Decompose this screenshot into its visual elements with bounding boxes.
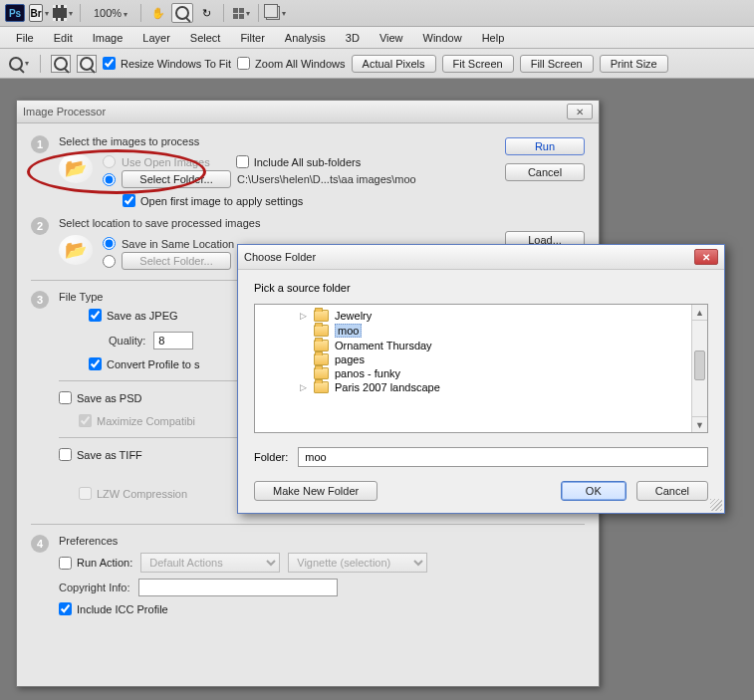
zoom-in-button[interactable] [51, 55, 71, 73]
folder-tree-list: ▷ Jewelry moo Ornament Thursday [255, 305, 707, 398]
fill-screen-button[interactable]: Fill Screen [520, 55, 594, 73]
bridge-button[interactable]: Br [28, 3, 50, 23]
tree-scrollbar[interactable]: ▲ ▼ [691, 305, 707, 432]
open-first-image-input[interactable] [123, 194, 135, 207]
zoom-all-checkbox[interactable]: Zoom All Windows [237, 57, 345, 70]
cancel-button[interactable]: Cancel [505, 163, 585, 181]
tree-row[interactable]: pages [295, 352, 707, 366]
choose-cancel-button[interactable]: Cancel [636, 481, 708, 501]
save-jpeg-input[interactable] [89, 309, 102, 322]
ok-button[interactable]: OK [561, 481, 627, 501]
tree-row[interactable]: moo [295, 323, 707, 339]
include-icc-checkbox[interactable]: Include ICC Profile [59, 602, 168, 615]
run-button[interactable]: Run [505, 137, 585, 155]
dialog-title: Image Processor [23, 106, 106, 117]
lzw-label: LZW Compression [97, 488, 187, 500]
screen-mode-button[interactable] [265, 3, 287, 23]
actual-pixels-button[interactable]: Actual Pixels [352, 55, 436, 73]
dialog-titlebar[interactable]: Image Processor ✕ [17, 101, 599, 123]
save-psd-checkbox[interactable]: Save as PSD [59, 391, 141, 404]
tree-row[interactable]: ▷ Paris 2007 landscape [295, 380, 707, 394]
use-open-images-radio [103, 155, 116, 168]
tree-row[interactable]: panos - funky [295, 366, 707, 380]
menu-layer[interactable]: Layer [132, 29, 180, 47]
zoom-all-label: Zoom All Windows [255, 58, 345, 70]
menu-analysis[interactable]: Analysis [275, 29, 336, 47]
dialog-action-column: Run Cancel Load... [505, 137, 585, 249]
menu-3d[interactable]: 3D [336, 29, 370, 47]
save-jpeg-checkbox[interactable]: Save as JPEG [89, 309, 178, 322]
tree-row[interactable]: ▷ Jewelry [295, 309, 707, 323]
include-icc-label: Include ICC Profile [77, 603, 168, 615]
section-1: 1 Select the images to process 📂 Use Ope… [31, 135, 585, 209]
include-subfolders-input[interactable] [236, 155, 249, 168]
separator [140, 4, 141, 22]
save-tiff-label: Save as TIFF [77, 449, 142, 461]
folder-icon [314, 381, 329, 393]
scroll-down-button[interactable]: ▼ [692, 416, 707, 432]
run-action-input[interactable] [59, 557, 72, 570]
expand-icon[interactable]: ▷ [299, 382, 308, 392]
hand-tool-button[interactable]: ✋ [147, 3, 169, 23]
same-location-radio[interactable] [103, 237, 116, 250]
save-psd-input[interactable] [59, 391, 72, 404]
menu-help[interactable]: Help [472, 29, 515, 47]
print-size-button[interactable]: Print Size [600, 55, 668, 73]
open-first-image-checkbox[interactable]: Open first image to apply settings [123, 194, 303, 207]
folder-icon [314, 325, 329, 337]
resize-grip[interactable] [710, 499, 722, 511]
zoom-tool-button[interactable] [171, 3, 193, 23]
quality-input[interactable] [153, 332, 193, 350]
menu-file[interactable]: File [6, 29, 44, 47]
menu-window[interactable]: Window [413, 29, 472, 47]
run-action-checkbox[interactable]: Run Action: [59, 557, 132, 570]
save-tiff-checkbox[interactable]: Save as TIFF [59, 448, 142, 461]
mini-bridge-button[interactable] [52, 3, 74, 23]
convert-profile-checkbox[interactable]: Convert Profile to s [89, 357, 200, 370]
scroll-up-button[interactable]: ▲ [692, 305, 707, 321]
menu-edit[interactable]: Edit [44, 29, 83, 47]
include-icc-input[interactable] [59, 602, 72, 615]
include-subfolders-checkbox[interactable]: Include All sub-folders [236, 155, 362, 168]
dialog-close-button[interactable]: ✕ [567, 104, 593, 119]
select-source-folder-button[interactable]: Select Folder... [122, 170, 231, 188]
resize-windows-checkbox[interactable]: Resize Windows To Fit [103, 57, 231, 70]
scroll-thumb[interactable] [694, 350, 705, 380]
menu-select[interactable]: Select [180, 29, 231, 47]
select-dest-folder-radio[interactable] [103, 255, 116, 268]
folder-tree[interactable]: ▷ Jewelry moo Ornament Thursday [254, 304, 708, 433]
folder-name-input[interactable] [298, 447, 708, 467]
menu-view[interactable]: View [370, 29, 413, 47]
quality-label: Quality: [109, 335, 145, 347]
current-tool-icon[interactable] [8, 54, 30, 74]
convert-profile-input[interactable] [89, 357, 102, 370]
copyright-input[interactable] [138, 579, 338, 596]
zoom-level-combo[interactable]: 100% [87, 5, 134, 21]
folder-icon [314, 310, 329, 322]
open-first-image-label: Open first image to apply settings [140, 195, 303, 207]
fit-screen-button[interactable]: Fit Screen [442, 55, 514, 73]
menu-image[interactable]: Image [83, 29, 133, 47]
options-bar: Resize Windows To Fit Zoom All Windows A… [0, 49, 754, 79]
run-action-label: Run Action: [77, 557, 132, 569]
arrange-documents-button[interactable] [230, 3, 252, 23]
menu-filter[interactable]: Filter [230, 29, 274, 47]
folder-name-label: Folder: [254, 451, 288, 463]
zoom-out-button[interactable] [77, 55, 97, 73]
select-dest-folder-button: Select Folder... [122, 252, 231, 270]
expand-icon[interactable]: ▷ [299, 311, 308, 321]
choose-folder-close-button[interactable]: ✕ [694, 249, 718, 265]
app-logo[interactable]: Ps [4, 3, 26, 23]
rotate-view-button[interactable]: ↻ [195, 3, 217, 23]
make-new-folder-button[interactable]: Make New Folder [254, 481, 377, 501]
choose-folder-buttons: Make New Folder OK Cancel [254, 481, 708, 501]
folder-icon [314, 353, 329, 365]
choose-folder-titlebar[interactable]: Choose Folder ✕ [238, 245, 724, 270]
resize-windows-checkbox-input[interactable] [103, 57, 116, 70]
save-tiff-input[interactable] [59, 448, 72, 461]
step-badge-2: 2 [31, 217, 49, 235]
step-badge-3: 3 [31, 291, 49, 309]
zoom-all-checkbox-input[interactable] [237, 57, 250, 70]
select-folder-radio[interactable] [103, 173, 116, 186]
tree-row[interactable]: Ornament Thursday [295, 339, 707, 352]
